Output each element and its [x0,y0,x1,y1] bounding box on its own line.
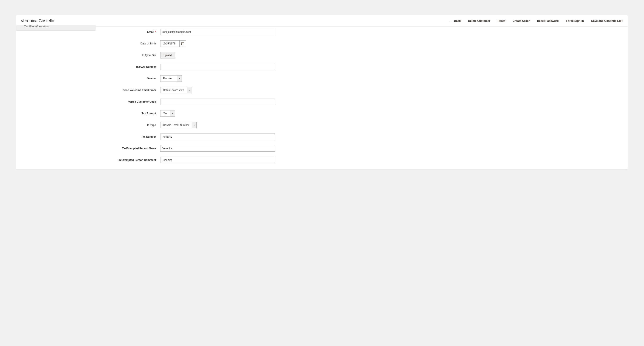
back-button[interactable]: ←Back [449,19,461,23]
label-tax-number: Tax Number [100,135,160,138]
chevron-down-icon [172,113,173,114]
chevron-down-icon [189,90,190,91]
tax-exempt-name-input[interactable] [160,145,275,152]
label-dob: Date of Birth [100,42,160,45]
header-bar: Veronica Costello ←Back Delete Customer … [16,15,628,27]
back-label: Back [454,19,461,23]
force-signin-button[interactable]: Force Sign-In [566,19,584,23]
required-star-icon: * [155,30,156,34]
tax-number-input[interactable] [160,133,275,140]
calendar-icon [181,42,184,45]
tax-exempt-value: Yes [160,110,170,116]
row-tax-number: Tax Number [100,133,623,140]
dob-input[interactable] [160,41,180,47]
label-tax-vat: Tax/VAT Number [100,65,160,68]
email-input[interactable] [160,29,275,35]
reset-password-button[interactable]: Reset Password [537,19,558,23]
id-type-caret [192,122,196,128]
dob-field [160,40,186,47]
row-gender: Gender Female [100,75,623,82]
tax-exempt-select[interactable]: Yes [160,110,175,117]
delete-customer-button[interactable]: Delete Customer [468,19,490,23]
welcome-email-select[interactable]: Default Store View [160,87,192,93]
row-email: Email* [100,29,623,35]
row-tax-exempt-name: TaxExempted Person Name [100,145,623,152]
label-tax-exempt: Tax Exempt [100,112,160,115]
body-area: Tax File Information Email* Date of Birt… [16,27,628,169]
create-order-button[interactable]: Create Order [512,19,530,23]
row-tax-exempt: Tax Exempt Yes [100,110,623,117]
id-type-select[interactable]: Resale Permit Number [160,122,197,128]
sidebar-item-label: Tax File Information [24,25,48,28]
welcome-email-value: Default Store View [160,87,187,93]
tax-exempt-comment-input[interactable] [160,157,275,163]
reset-button[interactable]: Reset [498,19,505,23]
chevron-down-icon [178,78,180,79]
arrow-left-icon: ← [449,19,452,23]
gender-select[interactable]: Female [160,75,182,82]
chevron-down-icon [194,125,195,125]
label-id-type: Id Type [100,124,160,127]
page-title: Veronica Costello [20,18,54,23]
save-continue-button[interactable]: Save and Continue Edit [591,19,622,23]
upload-button[interactable]: Upload [160,52,175,58]
tax-vat-input[interactable] [160,64,275,70]
header-actions: ←Back Delete Customer Reset Create Order… [449,19,622,23]
row-welcome-email: Send Welcome Email From Default Store Vi… [100,87,623,93]
form-area: Email* Date of Birth Id Type File [96,27,628,169]
label-gender: Gender [100,77,160,80]
label-email: Email* [100,30,160,34]
label-welcome-email: Send Welcome Email From [100,89,160,92]
row-id-type-file: Id Type File Upload [100,52,623,58]
row-tax-vat: Tax/VAT Number [100,64,623,70]
vertex-input[interactable] [160,99,275,105]
label-id-type-file: Id Type File [100,54,160,57]
dob-calendar-button[interactable] [180,41,186,47]
customer-edit-card: Veronica Costello ←Back Delete Customer … [16,15,628,169]
label-vertex: Vertex Customer Code [100,100,160,103]
label-tax-exempt-comment: TaxExempted Person Comment [100,158,160,161]
row-tax-exempt-comment: TaxExempted Person Comment [100,157,623,163]
welcome-email-caret [187,87,192,93]
id-type-value: Resale Permit Number [160,122,192,128]
sidebar-item-tax-file-information[interactable]: Tax File Information [16,25,96,31]
row-dob: Date of Birth [100,40,623,47]
row-vertex: Vertex Customer Code [100,99,623,105]
row-id-type: Id Type Resale Permit Number [100,122,623,128]
tax-exempt-caret [170,110,175,116]
gender-caret [177,76,182,82]
sidebar: Tax File Information [16,27,96,169]
gender-value: Female [160,76,177,82]
label-tax-exempt-name: TaxExempted Person Name [100,147,160,150]
